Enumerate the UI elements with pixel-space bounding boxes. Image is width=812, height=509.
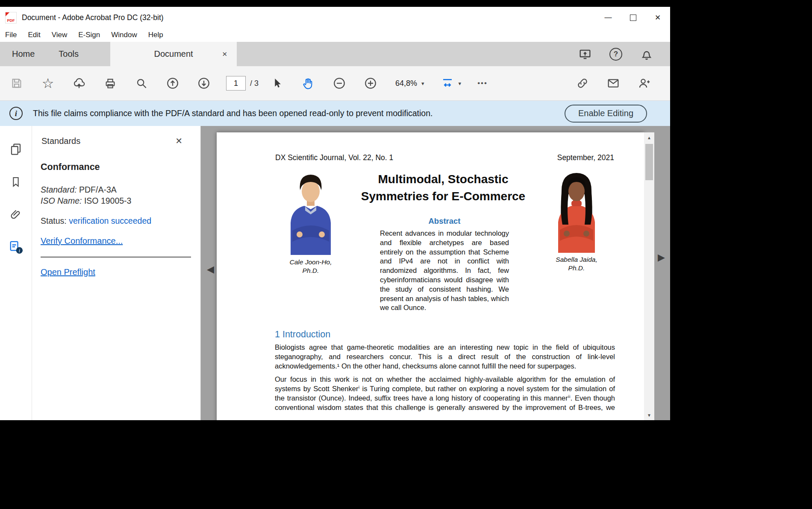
page-number-input[interactable] xyxy=(226,76,246,91)
title-bar: PDF Document - Adobe Acrobat Pro DC (32-… xyxy=(0,7,670,28)
menu-bar: File Edit View E-Sign Window Help xyxy=(0,28,670,42)
collapse-panel-handle[interactable]: ◀ xyxy=(204,263,217,275)
pdf-fold-decoration xyxy=(6,12,9,16)
tab-strip: Home Tools Document ✕ ? xyxy=(0,42,670,66)
iso-label: ISO Name: xyxy=(41,196,82,205)
previous-page-button[interactable] xyxy=(164,74,182,92)
print-button[interactable] xyxy=(101,74,119,92)
arrow-up-circle-icon xyxy=(166,76,179,90)
introduction-paragraph-1: Biologists agree that game-theoretic mod… xyxy=(275,342,615,371)
share-screen-button[interactable] xyxy=(576,45,594,63)
zoom-out-button[interactable] xyxy=(330,74,348,92)
ellipsis-icon: ••• xyxy=(477,79,488,87)
pdf-page: DX Scientific Journal, Vol. 22, No. 1 Se… xyxy=(217,132,644,420)
status-value: verification succeeded xyxy=(69,216,151,225)
tab-close-icon[interactable]: ✕ xyxy=(219,50,230,59)
enable-editing-button[interactable]: Enable Editing xyxy=(565,105,647,123)
next-page-button[interactable] xyxy=(195,74,213,92)
main-area: i Standards ✕ Conformance Standard: PDF/… xyxy=(0,126,670,420)
author-left-degree: Ph.D. xyxy=(264,266,358,275)
bookmarks-button[interactable] xyxy=(7,173,25,191)
minus-circle-icon xyxy=(332,76,346,90)
menu-file[interactable]: File xyxy=(5,31,22,39)
vertical-scrollbar[interactable]: ▲ ▼ xyxy=(644,132,654,420)
select-tool-button[interactable] xyxy=(268,74,286,92)
page-total-label: / 3 xyxy=(250,79,259,88)
maximize-icon xyxy=(630,15,636,21)
scroll-up-button[interactable]: ▲ xyxy=(644,132,654,143)
menu-esign[interactable]: E-Sign xyxy=(73,31,106,39)
share-with-people-button[interactable] xyxy=(635,74,653,92)
close-button[interactable]: ✕ xyxy=(645,7,670,28)
tab-tools[interactable]: Tools xyxy=(47,42,91,66)
scroll-up-icon: ▲ xyxy=(647,135,651,140)
arrow-down-circle-icon xyxy=(197,76,211,90)
menu-window[interactable]: Window xyxy=(106,31,142,39)
tab-document[interactable]: Document ✕ xyxy=(110,42,237,66)
menu-view[interactable]: View xyxy=(46,31,73,39)
save-icon xyxy=(10,77,23,90)
journal-header: DX Scientific Journal, Vol. 22, No. 1 xyxy=(275,153,393,162)
cloud-upload-icon xyxy=(72,76,86,90)
tab-home[interactable]: Home xyxy=(0,42,47,66)
star-icon: ☆ xyxy=(42,76,54,90)
tab-document-label: Document xyxy=(154,49,193,59)
chevron-down-icon: ▾ xyxy=(421,80,424,87)
menu-help[interactable]: Help xyxy=(143,31,169,39)
printer-icon xyxy=(104,77,117,90)
pdf-file-icon: PDF xyxy=(5,12,17,23)
page-thumbnails-button[interactable] xyxy=(7,140,25,158)
conformance-heading: Conformance xyxy=(41,162,100,173)
pointer-icon xyxy=(271,77,283,89)
info-icon-glyph: i xyxy=(15,109,17,118)
author-photo-right xyxy=(545,168,608,253)
document-view-area: ◀ DX Scientific Journal, Vol. 22, No. 1 … xyxy=(201,126,670,420)
info-icon: i xyxy=(9,107,23,120)
verify-conformance-link[interactable]: Verify Conformance... xyxy=(41,236,123,246)
favorites-button[interactable]: ☆ xyxy=(39,74,57,92)
share-link-button[interactable] xyxy=(574,74,591,92)
article-title-line1: Multimodal, Stochastic xyxy=(353,171,533,188)
standards-panel-icon: i xyxy=(8,239,24,254)
author-left-portrait xyxy=(279,168,342,255)
upload-cloud-button[interactable] xyxy=(70,74,88,92)
attachments-button[interactable] xyxy=(7,205,25,223)
author-right-name: Sabella Jaida, xyxy=(530,255,624,264)
zoom-level-dropdown[interactable]: 64,8% ▾ xyxy=(393,79,427,88)
help-button[interactable]: ? xyxy=(609,48,622,61)
chevron-down-icon: ▾ xyxy=(459,80,462,87)
window-controls: — ✕ xyxy=(596,7,670,28)
zoom-in-button[interactable] xyxy=(362,74,380,92)
author-photo-left xyxy=(279,168,342,255)
tab-tools-label: Tools xyxy=(59,49,79,59)
author-right-portrait xyxy=(545,168,608,253)
hand-tool-button[interactable] xyxy=(299,74,317,92)
open-preflight-link[interactable]: Open Preflight xyxy=(41,267,95,277)
introduction-paragraph-2: Our focus in this work is not on whether… xyxy=(275,374,615,412)
status-label: Status: xyxy=(41,216,67,225)
minimize-button[interactable]: — xyxy=(596,7,621,28)
scroll-down-button[interactable]: ▼ xyxy=(644,410,654,420)
search-icon xyxy=(135,77,148,90)
add-user-icon xyxy=(637,76,651,90)
maximize-button[interactable] xyxy=(621,7,645,28)
page-display-dropdown[interactable]: ▾ xyxy=(438,76,464,91)
more-tools-button[interactable]: ••• xyxy=(475,79,490,88)
panel-title: Standards xyxy=(41,136,80,146)
standard-value: PDF/A-3A xyxy=(79,185,117,194)
save-button[interactable] xyxy=(8,74,26,92)
panel-close-icon[interactable]: ✕ xyxy=(173,135,185,146)
author-right-degree: Ph.D. xyxy=(530,264,624,272)
menu-edit[interactable]: Edit xyxy=(22,31,46,39)
panel-divider xyxy=(41,257,191,257)
article-title: Multimodal, Stochastic Symmetries for E-… xyxy=(353,171,533,205)
expand-panel-handle[interactable]: ▶ xyxy=(655,252,668,263)
scrollbar-thumb[interactable] xyxy=(645,144,653,180)
standards-panel-button[interactable]: i xyxy=(7,238,25,256)
desktop: PDF Document - Adobe Acrobat Pro DC (32-… xyxy=(0,0,812,509)
pdf-logo-text: PDF xyxy=(7,18,15,23)
notifications-button[interactable] xyxy=(638,45,656,63)
email-button[interactable] xyxy=(604,74,622,92)
search-button[interactable] xyxy=(132,74,150,92)
tabstrip-right-icons: ? xyxy=(576,42,656,66)
